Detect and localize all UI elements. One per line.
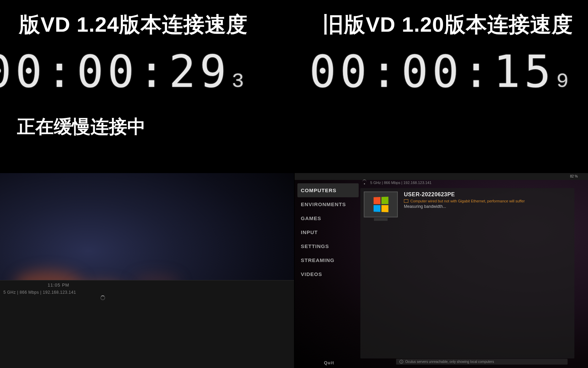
sidebar-item-games[interactable]: GAMES <box>297 211 359 225</box>
battery-label: 82 % <box>570 174 578 178</box>
info-icon: i <box>399 360 403 364</box>
sidebar-item-computers[interactable]: COMPUTERS <box>297 183 359 197</box>
sidebar-item-videos[interactable]: VIDEOS <box>297 267 359 281</box>
clock-label: 11:05 PM <box>48 282 69 288</box>
computer-status: Measuring bandwidth... <box>404 204 571 209</box>
computers-panel: USER-20220623PE Computer wired but not w… <box>360 188 574 358</box>
vertical-divider <box>294 0 295 368</box>
computer-name: USER-20220623PE <box>404 191 571 198</box>
left-status: 正在缓慢连接中 <box>17 114 294 139</box>
left-title: 版VD 1.24版本连接速度 <box>0 10 294 39</box>
computer-card[interactable]: USER-20220623PE Computer wired but not w… <box>364 191 571 217</box>
monitor-icon <box>364 191 398 217</box>
loading-spinner-icon <box>100 295 105 300</box>
right-timer: 00:00:15 9 <box>294 46 588 97</box>
wifi-icon <box>362 181 367 184</box>
left-comparison-header: 版VD 1.24版本连接速度 00:00:29 3 正在缓慢连接中 <box>0 0 294 173</box>
sidebar-item-input[interactable]: INPUT <box>297 225 359 239</box>
left-timer: 00:00:29 3 <box>0 46 294 97</box>
left-vr-view: 11:05 PM 5 GHz | 866 Mbps | 192.168.123.… <box>0 173 294 368</box>
vd-network-bar: 5 GHz | 866 Mbps | 192.168.123.141 <box>362 181 431 185</box>
vd-topbar: 82 % <box>294 173 588 180</box>
right-comparison-header: 旧版VD 1.20版本连接速度 00:00:15 9 <box>294 0 588 173</box>
footer-note: i Oculus servers unreachable, only showi… <box>396 359 568 365</box>
vd-sidebar: COMPUTERSENVIRONMENTSGAMESINPUTSETTINGSS… <box>297 183 359 281</box>
sidebar-item-settings[interactable]: SETTINGS <box>297 239 359 253</box>
ethernet-warning-icon <box>404 199 408 203</box>
left-vd-panel: 11:05 PM 5 GHz | 866 Mbps | 192.168.123.… <box>0 280 294 368</box>
right-vr-view: 82 % 5 GHz | 866 Mbps | 192.168.123.141 … <box>294 173 588 368</box>
sidebar-item-streaming[interactable]: STREAMING <box>297 253 359 267</box>
right-title: 旧版VD 1.20版本连接速度 <box>308 10 588 39</box>
quit-button[interactable]: Quit <box>324 360 334 365</box>
sidebar-item-environments[interactable]: ENVIRONMENTS <box>297 197 359 211</box>
footer-text: Oculus servers unreachable, only showing… <box>405 360 494 364</box>
computer-warning: Computer wired but not with Gigabit Ethe… <box>410 199 525 203</box>
network-label: 5 GHz | 866 Mbps | 192.168.123.141 <box>370 181 431 185</box>
network-label: 5 GHz | 866 Mbps | 192.168.123.141 <box>3 290 76 295</box>
windows-logo-icon <box>374 197 389 212</box>
